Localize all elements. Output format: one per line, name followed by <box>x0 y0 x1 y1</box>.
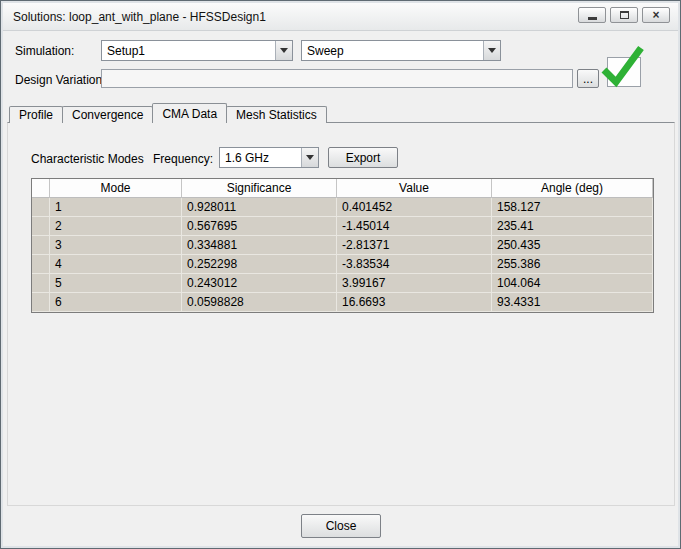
tab-convergence[interactable]: Convergence <box>62 106 153 123</box>
table-cell[interactable]: 0.928011 <box>182 198 337 217</box>
frequency-select-value: 1.6 GHz <box>220 148 301 167</box>
table-cell[interactable]: 0.334881 <box>182 236 337 255</box>
table-cell[interactable]: 0.243012 <box>182 274 337 293</box>
table-cell[interactable]: -3.83534 <box>337 255 492 274</box>
table-cell[interactable]: 6 <box>50 293 182 312</box>
tab-cma-data[interactable]: CMA Data <box>152 103 227 123</box>
table-cell[interactable]: 3 <box>50 236 182 255</box>
table-cell[interactable]: 0.567695 <box>182 217 337 236</box>
design-variation-input[interactable] <box>101 69 573 88</box>
table-cell[interactable]: 235.41 <box>492 217 653 236</box>
table-cell[interactable]: 4 <box>50 255 182 274</box>
table-cell[interactable]: 0.0598828 <box>182 293 337 312</box>
characteristic-modes-label: Characteristic Modes <box>31 152 144 166</box>
table-body: 10.9280110.401452158.12720.567695-1.4501… <box>32 198 653 312</box>
frequency-label: Frequency: <box>153 152 213 166</box>
table-row[interactable]: 50.2430123.99167104.064 <box>32 274 653 293</box>
column-header-mode[interactable]: Mode <box>50 179 182 198</box>
column-header-selector[interactable] <box>32 179 50 198</box>
table-cell[interactable]: 5 <box>50 274 182 293</box>
close-button[interactable]: Close <box>301 514 381 538</box>
table-row[interactable]: 60.059882816.669393.4331 <box>32 293 653 312</box>
table-row[interactable]: 30.334881-2.81371250.435 <box>32 236 653 255</box>
valid-checkmark-icon <box>597 41 647 91</box>
window-controls: × <box>578 7 670 23</box>
chevron-down-icon <box>306 155 314 160</box>
table-row[interactable]: 40.252298-3.83534255.386 <box>32 255 653 274</box>
solutions-dialog: Solutions: loop_ant_with_plane - HFSSDes… <box>0 0 681 549</box>
table-cell[interactable]: 104.064 <box>492 274 653 293</box>
maximize-icon <box>620 11 629 19</box>
row-selector[interactable] <box>32 198 50 217</box>
row-selector[interactable] <box>32 236 50 255</box>
close-window-button[interactable]: × <box>642 7 670 23</box>
sweep-select[interactable]: Sweep <box>301 40 501 61</box>
table-cell[interactable]: -2.81371 <box>337 236 492 255</box>
setup-select[interactable]: Setup1 <box>101 40 293 61</box>
table-cell[interactable]: 3.99167 <box>337 274 492 293</box>
minimize-button[interactable] <box>578 7 606 23</box>
table-cell[interactable]: 93.4331 <box>492 293 653 312</box>
frequency-select-dropdown-button[interactable] <box>301 148 318 167</box>
cma-data-table: Mode Significance Value Angle (deg) 10.9… <box>31 178 654 313</box>
maximize-button[interactable] <box>610 7 638 23</box>
table-row[interactable]: 10.9280110.401452158.127 <box>32 198 653 217</box>
table-cell[interactable]: 1 <box>50 198 182 217</box>
tab-label: Profile <box>19 108 53 122</box>
row-selector[interactable] <box>32 255 50 274</box>
row-selector[interactable] <box>32 293 50 312</box>
table-cell[interactable]: 158.127 <box>492 198 653 217</box>
chevron-down-icon <box>488 48 496 53</box>
setup-select-value: Setup1 <box>102 41 275 60</box>
row-selector[interactable] <box>32 217 50 236</box>
sweep-select-dropdown-button[interactable] <box>483 41 500 60</box>
browse-button[interactable]: ... <box>577 69 599 88</box>
column-header-value[interactable]: Value <box>337 179 492 198</box>
column-header-significance[interactable]: Significance <box>182 179 337 198</box>
row-selector[interactable] <box>32 274 50 293</box>
export-button[interactable]: Export <box>328 147 398 168</box>
tab-label: Convergence <box>72 108 143 122</box>
table-cell[interactable]: 250.435 <box>492 236 653 255</box>
setup-select-dropdown-button[interactable] <box>275 41 292 60</box>
table-cell[interactable]: 16.6693 <box>337 293 492 312</box>
simulation-label: Simulation: <box>15 44 74 58</box>
table-cell[interactable]: 2 <box>50 217 182 236</box>
tab-profile[interactable]: Profile <box>9 106 63 123</box>
table-cell[interactable]: 0.401452 <box>337 198 492 217</box>
table-cell[interactable]: 0.252298 <box>182 255 337 274</box>
table-header-row: Mode Significance Value Angle (deg) <box>32 179 653 198</box>
tab-label: Mesh Statistics <box>236 108 317 122</box>
table-row[interactable]: 20.567695-1.45014235.41 <box>32 217 653 236</box>
frequency-select[interactable]: 1.6 GHz <box>219 147 319 168</box>
tab-mesh-statistics[interactable]: Mesh Statistics <box>226 106 327 123</box>
design-variation-label: Design Variation: <box>15 73 106 87</box>
title-bar[interactable]: Solutions: loop_ant_with_plane - HFSSDes… <box>3 3 678 31</box>
table-cell[interactable]: 255.386 <box>492 255 653 274</box>
chevron-down-icon <box>280 48 288 53</box>
minimize-icon <box>588 17 597 20</box>
window-title: Solutions: loop_ant_with_plane - HFSSDes… <box>13 10 266 24</box>
sweep-select-value: Sweep <box>302 41 483 60</box>
close-icon: × <box>652 9 659 21</box>
tab-bar: Profile Convergence CMA Data Mesh Statis… <box>9 104 326 123</box>
tab-label: CMA Data <box>162 107 217 121</box>
table-cell[interactable]: -1.45014 <box>337 217 492 236</box>
column-header-angle[interactable]: Angle (deg) <box>492 179 653 198</box>
